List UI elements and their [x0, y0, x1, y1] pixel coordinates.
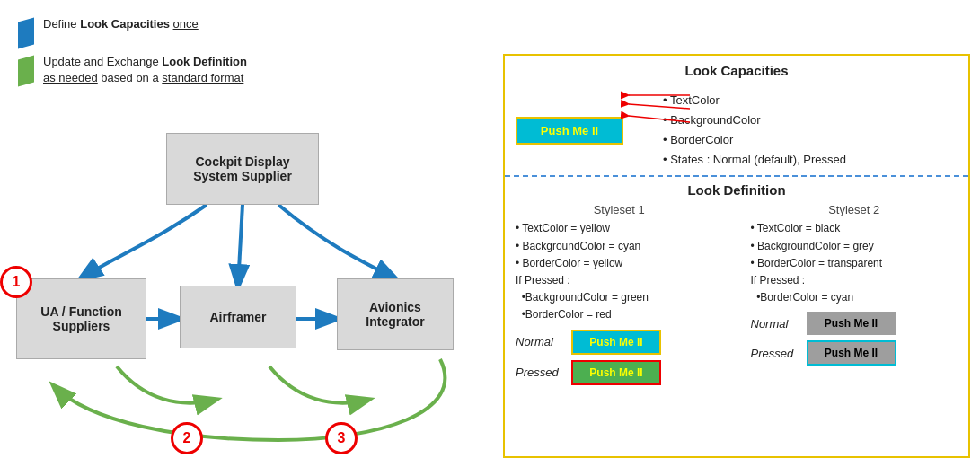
green-legend-prefix: Update and Exchange	[43, 55, 162, 68]
s2-pressed-row: Pressed Push Me II	[751, 340, 958, 366]
s1-pressed-bg: •BackgroundColor = green	[516, 289, 723, 306]
props-container: • TextColor • BackgroundColor • BorderCo…	[627, 91, 958, 170]
blue-legend-bold: Look Capacities	[80, 17, 170, 31]
s1-prop-2: BorderColor = yellow	[516, 255, 723, 272]
green-bar-icon	[18, 56, 34, 87]
avionics-label: AvionicsIntegrator	[366, 300, 424, 329]
s1-pressed-label: Pressed	[516, 366, 562, 379]
green-legend-as-needed: as needed	[43, 71, 98, 84]
s1-pressed-button[interactable]: Push Me II	[571, 360, 661, 385]
s2-prop-1: BackgroundColor = grey	[751, 238, 958, 255]
s2-pressed-border: •BorderColor = cyan	[751, 289, 958, 306]
red-arrows-svg	[618, 82, 798, 163]
blue-legend-text: Define Look Capacities once	[43, 16, 199, 32]
styleset-divider	[737, 203, 737, 384]
s2-normal-button[interactable]: Push Me II	[807, 312, 896, 335]
avionics-box: AvionicsIntegrator	[337, 278, 454, 350]
s2-prop-0: TextColor = black	[751, 220, 958, 237]
svg-line-3	[629, 104, 690, 109]
s1-prop-0: TextColor = yellow	[516, 220, 723, 237]
s2-prop-2: BorderColor = transparent	[751, 255, 958, 272]
green-legend-text: Update and Exchange Look Definition as n…	[43, 54, 247, 86]
blue-legend-underline: once	[173, 17, 199, 31]
badge-2: 2	[171, 422, 203, 454]
look-capacities-section: Push Me II	[505, 82, 968, 177]
badge-1-label: 1	[13, 274, 21, 290]
look-capacities-title: Look Capacities	[505, 56, 968, 82]
cockpit-label: Cockpit DisplaySystem Supplier	[193, 154, 292, 183]
stylesets-row: Styleset 1 TextColor = yellow Background…	[516, 203, 958, 384]
ua-box: UA / FunctionSuppliers	[16, 278, 146, 359]
airframer-box: Airframer	[180, 286, 296, 348]
styleset-1: Styleset 1 TextColor = yellow Background…	[516, 203, 723, 384]
s2-normal-label: Normal	[751, 317, 798, 331]
s2-pressed-label: Pressed	[751, 347, 798, 360]
styleset-2-props: TextColor = black BackgroundColor = grey…	[751, 220, 958, 306]
s1-pressed-row: Pressed Push Me II	[516, 360, 723, 385]
badge-3-label: 3	[338, 430, 346, 446]
cockpit-box: Cockpit DisplaySystem Supplier	[166, 133, 319, 205]
airframer-label: Airframer	[209, 310, 266, 324]
badge-2-label: 2	[183, 430, 191, 446]
green-legend: Update and Exchange Look Definition as n…	[18, 54, 247, 86]
s1-if-pressed: If Pressed :	[516, 272, 723, 289]
s1-normal-row: Normal Push Me II	[516, 330, 723, 355]
styleset-1-title: Styleset 1	[516, 203, 723, 216]
left-panel: Define Look Capacities once Update and E…	[0, 0, 490, 476]
s2-normal-row: Normal Push Me II	[751, 312, 958, 335]
button-arrows-row: Push Me II	[516, 91, 958, 170]
green-legend-based: based on a	[98, 71, 163, 84]
blue-bar-icon	[18, 18, 34, 49]
styleset-2-title: Styleset 2	[751, 203, 958, 216]
right-panel: Look Capacities Push Me II	[503, 54, 970, 458]
blue-legend: Define Look Capacities once	[18, 16, 199, 47]
s1-normal-label: Normal	[516, 335, 562, 348]
s2-pressed-button[interactable]: Push Me II	[807, 340, 896, 366]
styleset-2: Styleset 2 TextColor = black BackgroundC…	[751, 203, 958, 384]
look-definition-title: Look Definition	[516, 182, 958, 198]
badge-1: 1	[0, 266, 32, 298]
look-definition-section: Look Definition Styleset 1 TextColor = y…	[505, 177, 968, 390]
s2-if-pressed: If Pressed :	[751, 272, 958, 289]
s1-normal-button[interactable]: Push Me II	[571, 330, 661, 355]
blue-legend-prefix: Define	[43, 17, 80, 31]
s1-prop-1: BackgroundColor = cyan	[516, 238, 723, 255]
styleset-1-props: TextColor = yellow BackgroundColor = cya…	[516, 220, 723, 323]
svg-line-4	[629, 116, 690, 122]
push-btn-preview[interactable]: Push Me II	[516, 117, 623, 145]
ua-label: UA / FunctionSuppliers	[40, 304, 121, 333]
green-legend-std: standard format	[162, 71, 243, 84]
s1-pressed-border: •BorderColor = red	[516, 306, 723, 323]
green-legend-bold: Look Definition	[162, 55, 247, 68]
badge-3: 3	[325, 422, 358, 454]
